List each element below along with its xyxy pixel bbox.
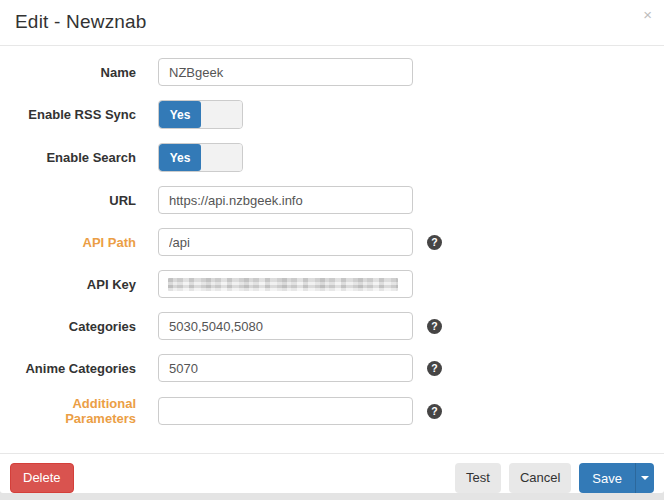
field-row-api-path: API Path ? [0, 228, 664, 256]
modal-footer: Delete Test Cancel Save [0, 453, 664, 493]
field-row-enable-search: Enable Search Yes [0, 143, 664, 172]
field-controls [158, 58, 413, 86]
field-controls [158, 354, 413, 382]
field-controls [158, 228, 413, 256]
test-button[interactable]: Test [455, 463, 501, 493]
field-label-enable-rss-sync: Enable RSS Sync [0, 107, 158, 122]
toggle-track [201, 144, 242, 171]
input-wrap-categories [158, 312, 413, 340]
input-wrap-url [158, 186, 413, 214]
field-controls: Yes [158, 143, 243, 172]
footer-right-buttons: Test Cancel Save [455, 463, 654, 493]
field-row-anime-categories: Anime Categories ? [0, 354, 664, 382]
field-controls [158, 312, 413, 340]
help-icon-additional-parameters[interactable]: ? [427, 404, 442, 419]
field-label-url: URL [0, 193, 158, 208]
edit-newznab-modal: Edit - Newznab × Name Enable RSS Sync Ye… [0, 0, 664, 493]
field-row-enable-rss-sync: Enable RSS Sync Yes [0, 100, 664, 129]
form: Name Enable RSS Sync Yes Enable Search Y… [0, 46, 664, 453]
field-label-api-path: API Path [0, 235, 158, 250]
save-dropdown-button[interactable] [635, 463, 654, 493]
input-api-path[interactable] [158, 228, 413, 256]
field-label-additional-parameters: Additional Parameters [0, 396, 158, 426]
field-controls: Yes [158, 100, 243, 129]
toggle-on-label: Yes [159, 144, 201, 171]
cancel-button[interactable]: Cancel [509, 463, 571, 493]
page-title: Edit - Newznab [15, 11, 649, 33]
input-url[interactable] [158, 186, 413, 214]
field-row-url: URL [0, 186, 664, 214]
modal-header: Edit - Newznab × [0, 0, 664, 46]
field-controls [158, 270, 413, 298]
save-button[interactable]: Save [579, 463, 635, 493]
field-row-categories: Categories ? [0, 312, 664, 340]
field-controls [158, 186, 413, 214]
toggle-track [201, 101, 242, 128]
delete-button[interactable]: Delete [10, 463, 74, 493]
field-label-anime-categories: Anime Categories [0, 361, 158, 376]
field-label-api-key: API Key [0, 277, 158, 292]
field-label-categories: Categories [0, 319, 158, 334]
field-label-name: Name [0, 65, 158, 80]
input-name[interactable] [158, 58, 413, 86]
close-icon[interactable]: × [643, 7, 652, 22]
field-row-name: Name [0, 58, 664, 86]
page-background-strip [0, 493, 664, 500]
help-icon-anime-categories[interactable]: ? [427, 361, 442, 376]
input-wrap-anime-categories [158, 354, 413, 382]
field-row-api-key: API Key [0, 270, 664, 298]
input-categories[interactable] [158, 312, 413, 340]
masked-value-api-key [168, 278, 398, 291]
save-split-button: Save [579, 463, 654, 493]
help-icon-categories[interactable]: ? [427, 319, 442, 334]
input-wrap-additional-parameters [158, 397, 413, 425]
help-icon-api-path[interactable]: ? [427, 235, 442, 250]
input-wrap-name [158, 58, 413, 86]
input-anime-categories[interactable] [158, 354, 413, 382]
field-label-enable-search: Enable Search [0, 150, 158, 165]
field-controls [158, 397, 413, 425]
field-row-additional-parameters: Additional Parameters ? [0, 396, 664, 426]
input-wrap-api-key [158, 270, 413, 298]
toggle-on-label: Yes [159, 101, 201, 128]
toggle-enable-rss-sync[interactable]: Yes [158, 100, 243, 129]
input-additional-parameters[interactable] [158, 397, 413, 425]
screen: Edit - Newznab × Name Enable RSS Sync Ye… [0, 0, 664, 500]
input-wrap-api-path [158, 228, 413, 256]
toggle-enable-search[interactable]: Yes [158, 143, 243, 172]
caret-down-icon [641, 476, 649, 480]
